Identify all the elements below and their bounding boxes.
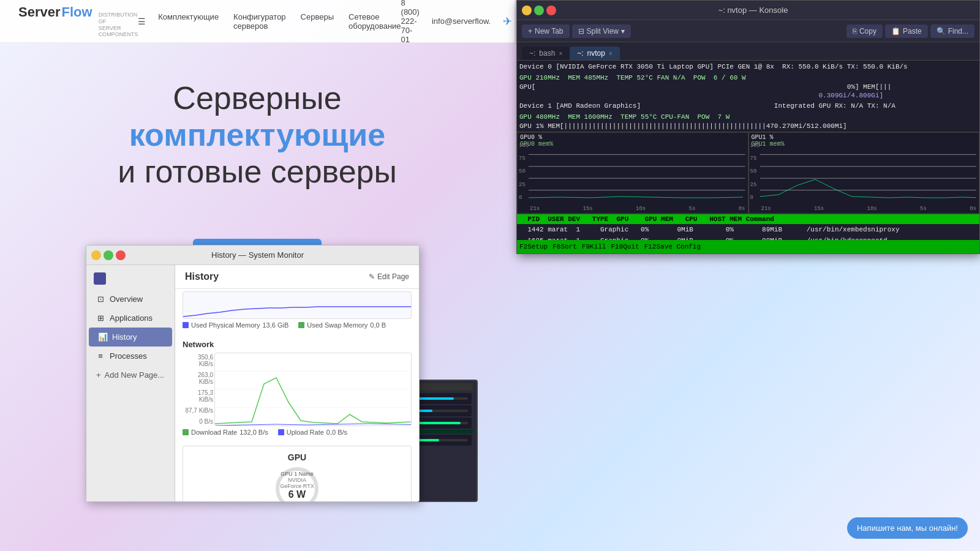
- gpu1-y100: 100: [750, 143, 760, 149]
- gpu0-y0: 0: [519, 195, 529, 201]
- gpu1-chart: GPU1 % GPU1 mem% 100 75 50 25 0: [748, 132, 980, 214]
- nav-servers[interactable]: Серверы: [301, 12, 334, 31]
- f12-key[interactable]: F12Save Config: [644, 243, 701, 250]
- processes-icon: ≡: [96, 352, 105, 361]
- phone-number: 8 (800) 222-70-01: [401, 0, 420, 44]
- hamburger-icon[interactable]: ☰: [138, 17, 146, 26]
- sf-contact: 8 (800) 222-70-01 info@serverflow. ✈: [401, 0, 513, 44]
- network-section-title: Network: [175, 336, 419, 350]
- tab-nvtop[interactable]: ~: nvtop ×: [570, 47, 620, 60]
- tab-bash[interactable]: ~: bash ×: [522, 47, 570, 60]
- used-physical-label: Used Physical Memory 13,6 GiB: [183, 321, 288, 329]
- tab-bash-prefix: ~:: [529, 49, 535, 58]
- sysmon-body: ⊡ Overview ⊞ Applications 📊 History ≡ Pr…: [86, 265, 419, 501]
- sysmon-close[interactable]: ×: [116, 250, 126, 260]
- tab-nvtop-close[interactable]: ×: [609, 50, 612, 57]
- device0-gpu-bar: GPU[ 0%] MEM[|||: [517, 83, 979, 92]
- process-row-1[interactable]: 1695 marat 1 Graphic 0% 0MiB 0% 89MiB /u…: [517, 235, 979, 240]
- network-svg: [215, 353, 411, 425]
- gpu0-chart: GPU0 % GPU0 mem% 100 75 50 25 0: [517, 132, 748, 214]
- device1-gpu: GPU 480MHz MEM 1600MHz TEMP 55°C CPU-FAN…: [517, 113, 979, 122]
- copy-icon: ⎘: [853, 27, 857, 36]
- f2-key[interactable]: F2Setup: [519, 243, 548, 250]
- nav-network[interactable]: Сетевое оборудование: [349, 12, 401, 31]
- network-chart: [214, 353, 412, 426]
- gpu1-name-label: GPU 1 Name: [281, 471, 314, 477]
- telegram-icon[interactable]: ✈: [503, 15, 512, 28]
- edit-label: Edit Page: [377, 272, 409, 281]
- sidebar-item-applications[interactable]: ⊞ Applications: [86, 309, 175, 328]
- swap-label-text: Used Swap Memory: [307, 321, 368, 329]
- new-tab-button[interactable]: + New Tab: [522, 24, 570, 38]
- sysmon-maximize[interactable]: □: [104, 250, 113, 260]
- chat-bubble[interactable]: Напишите нам, мы онлайн!: [847, 517, 968, 539]
- nav-configurator[interactable]: Конфигуратор серверов: [233, 12, 285, 31]
- process-row-0[interactable]: 1442 marat 1 Graphic 0% 0MiB 0% 89MiB /u…: [517, 224, 979, 236]
- konsole-close[interactable]: ×: [546, 6, 556, 15]
- tab-bash-close[interactable]: ×: [559, 50, 562, 57]
- sysmon-minimize[interactable]: _: [91, 250, 101, 260]
- logo-subtitle: DISTRIBUTION OFSERVER COMPONENTS: [99, 12, 138, 38]
- split-chevron: ▾: [621, 27, 625, 36]
- network-chart-labels: Download Rate 132,0 B/s Upload Rate 0,0 …: [183, 426, 412, 438]
- nvtop-charts: GPU0 % GPU0 mem% 100 75 50 25 0: [517, 132, 979, 214]
- device1-header: Device 1 [AMD Radeon Graphics] Integrate…: [517, 100, 979, 113]
- processes-label: Processes: [110, 351, 147, 361]
- sysmon-logo: [86, 270, 175, 290]
- net-y350: 350,6 KiB/s: [183, 354, 213, 367]
- gpu1-x21: 21s: [761, 206, 771, 212]
- gpu1-name-value: NVIDIA GeForce RTX: [279, 477, 315, 489]
- f9-key[interactable]: F9Kill: [582, 243, 606, 250]
- paste-button[interactable]: 📋 Paste: [885, 24, 928, 38]
- konsole-minimize[interactable]: _: [522, 6, 532, 15]
- gpu1-y0: 0: [750, 195, 760, 201]
- hero-text3: и готовые серверы: [24, 153, 490, 190]
- gpu1-power-value: 6 W: [288, 489, 306, 500]
- gpu-circle: GPU 1 Name NVIDIA GeForce RTX 6 W GPU 1 …: [276, 467, 318, 501]
- memory-chart-labels: Used Physical Memory 13,6 GiB Used Swap …: [183, 319, 412, 331]
- gpu0-x15: 15s: [583, 206, 593, 212]
- sidebar-item-processes[interactable]: ≡ Processes: [86, 347, 175, 365]
- edit-icon: ✎: [369, 272, 375, 281]
- sysmon-content: History ✎ Edit Page Used Physical Memory: [175, 265, 419, 501]
- sysmon-content-title: History: [185, 271, 219, 282]
- f10-key[interactable]: F10Quit: [611, 243, 639, 250]
- gpu0-y75: 75: [519, 156, 529, 162]
- split-view-button[interactable]: ⊟ Split View ▾: [572, 24, 631, 38]
- memory-section: Used Physical Memory 13,6 GiB Used Swap …: [175, 289, 419, 336]
- new-tab-icon: +: [528, 27, 532, 36]
- overview-icon: ⊡: [96, 295, 105, 304]
- sidebar-item-history[interactable]: 📊 History: [89, 328, 172, 347]
- sidebar-add-page[interactable]: + Add New Page...: [86, 365, 175, 384]
- new-tab-label: New Tab: [535, 27, 563, 36]
- find-icon: 🔍: [937, 27, 946, 36]
- konsole-tabs: ~: bash × ~: nvtop ×: [517, 42, 979, 61]
- tab-nvtop-prefix: ~:: [577, 49, 583, 58]
- history-label: History: [112, 332, 137, 342]
- gpu1-x10: 10s: [867, 206, 877, 212]
- find-button[interactable]: 🔍 Find...: [930, 24, 974, 38]
- memory-chart: [183, 291, 412, 319]
- physical-label-text: Used Physical Memory: [191, 321, 260, 329]
- gpu1-x5: 5s: [920, 206, 927, 212]
- gpu0-x5: 5s: [689, 206, 696, 212]
- used-swap-label: Used Swap Memory 0,0 B: [298, 321, 386, 329]
- gpu0-x21: 21s: [530, 206, 540, 212]
- gpu0-x0: 0s: [739, 206, 745, 212]
- net-y0: 0 B/s: [183, 418, 213, 425]
- gpu0-y50: 50: [519, 168, 529, 174]
- gpu0-xaxis: 21s 15s 10s 5s 0s: [530, 206, 745, 212]
- konsole-maximize[interactable]: □: [534, 6, 544, 15]
- sysmon-content-header: History ✎ Edit Page: [175, 265, 419, 289]
- gpu0-y25: 25: [519, 182, 529, 188]
- edit-page-button[interactable]: ✎ Edit Page: [369, 272, 409, 281]
- gpu-section: GPU GPU 1 Name NVIDIA GeForce RTX 6 W GP…: [175, 443, 419, 501]
- gpu0-label: GPU0 %: [520, 134, 745, 141]
- swap-dot: [298, 322, 304, 328]
- f6-key[interactable]: F6Sort: [552, 243, 577, 250]
- sidebar-item-overview[interactable]: ⊡ Overview: [86, 290, 175, 309]
- copy-button[interactable]: ⎘ Copy: [846, 24, 883, 38]
- gpu-card: GPU GPU 1 Name NVIDIA GeForce RTX 6 W GP…: [183, 446, 412, 501]
- nav-components[interactable]: Комплектующие: [158, 12, 219, 31]
- swap-value: 0,0 B: [370, 321, 386, 329]
